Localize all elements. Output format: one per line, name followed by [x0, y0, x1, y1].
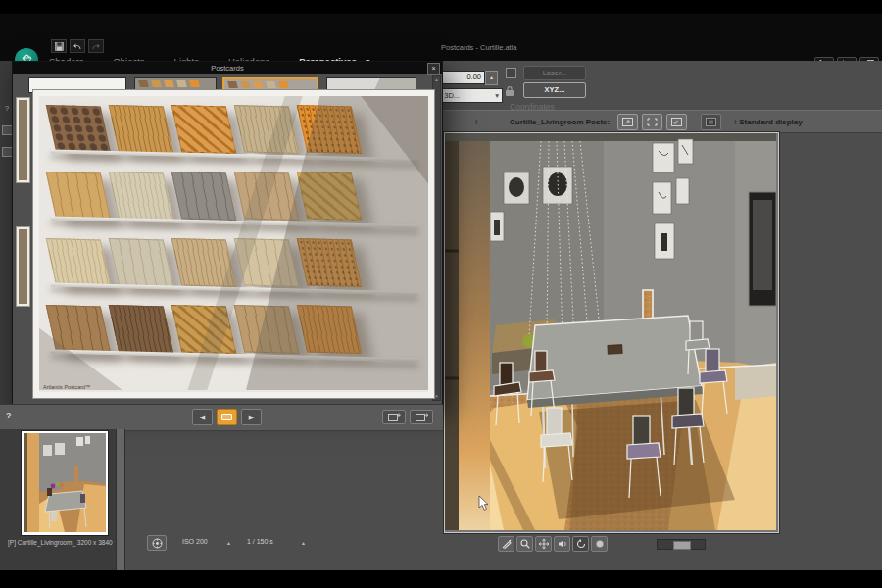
- wood-sample: [109, 238, 174, 287]
- current-postcard-button[interactable]: [217, 409, 237, 425]
- letterbox: [0, 570, 882, 588]
- next-postcard-button[interactable]: ▶: [241, 409, 262, 425]
- undo-button[interactable]: [70, 39, 85, 53]
- render-window-frame: [445, 141, 459, 530]
- shelf-row-4: [51, 306, 418, 358]
- redo-button[interactable]: [88, 39, 104, 53]
- postcard-add-buttons: [382, 410, 433, 424]
- zoom-tool-button[interactable]: [516, 536, 533, 552]
- postcard-nav-buttons: ◀ ▶: [192, 409, 262, 425]
- preview-item-label: [P] Curtille_Livingroom_ 3200 x 3840: [8, 539, 113, 546]
- wood-sample: [234, 305, 300, 354]
- preview-list-scrollbar[interactable]: [116, 429, 125, 570]
- mini-sample: [240, 81, 251, 88]
- preview-thumbnail-image: [24, 433, 106, 532]
- postcards-dialog-titlebar[interactable]: Postcards ×: [13, 62, 442, 74]
- postcard-preview-image: Artlantis Postcard™: [39, 96, 428, 392]
- value-stepper[interactable]: ▴: [485, 71, 498, 85]
- wood-sample: [46, 105, 112, 154]
- viewport-toolbar: ↕ Curtille_Livingroom Postc: ↕ Standard …: [443, 110, 882, 133]
- render-table: [527, 316, 703, 408]
- postcard-preview-frame: Artlantis Postcard™: [32, 89, 435, 399]
- mode-dropdown-caret-icon: ▾: [495, 89, 499, 102]
- window-title: Postcards - Curtille.atla: [441, 43, 517, 52]
- expand-view-button[interactable]: [642, 114, 662, 130]
- wood-sample: [109, 105, 174, 154]
- display-selector-updown-icon: ↕: [733, 118, 737, 126]
- previous-postcard-button[interactable]: ◀: [192, 409, 213, 425]
- display-mode-button[interactable]: [701, 114, 721, 130]
- shrink-view-button[interactable]: [666, 114, 687, 130]
- help-strip-icon[interactable]: ?: [2, 104, 12, 114]
- mini-sample: [164, 80, 174, 87]
- aperture-button[interactable]: [147, 535, 167, 551]
- postcards-dialog-title: Postcards: [13, 62, 442, 74]
- orbit-tool-button[interactable]: [572, 536, 589, 552]
- postcards-dialog: Postcards × ▴ ▾ Artlantis Postcard™: [12, 61, 443, 406]
- app-header: ShadersObjectsLightsHeliodonsPerspective…: [0, 14, 882, 61]
- mini-sample: [138, 80, 149, 87]
- wood-sample: [172, 238, 237, 287]
- wood-sample: [109, 305, 174, 354]
- viewport-tools: [498, 536, 608, 552]
- render-viewport[interactable]: [444, 132, 779, 533]
- neighbor-postcard-fragment: [16, 226, 30, 307]
- mini-sample: [253, 81, 264, 88]
- wood-sample: [297, 105, 363, 154]
- export-postcard-button[interactable]: [410, 410, 433, 424]
- wood-sample: [46, 238, 112, 287]
- shutter-value[interactable]: 1 / 150 s: [247, 538, 273, 545]
- camera-selector[interactable]: Curtille_Livingroom Postc:: [510, 118, 610, 126]
- scroll-up-icon[interactable]: ▴: [433, 76, 440, 82]
- wood-sample: [109, 172, 174, 220]
- shutter-stepper-icon[interactable]: ▴: [302, 539, 305, 546]
- zoom-slider[interactable]: [657, 539, 706, 550]
- render-sideboard: [735, 363, 776, 400]
- wood-sample: [234, 172, 300, 220]
- mini-sample: [227, 81, 238, 88]
- laser-checkbox[interactable]: [506, 68, 516, 78]
- wood-sample: [297, 305, 363, 354]
- pan-tool-button[interactable]: [535, 536, 552, 552]
- value-input[interactable]: 0.00: [437, 71, 485, 84]
- help-button[interactable]: ?: [6, 411, 12, 420]
- lock-icon[interactable]: [505, 83, 514, 101]
- wood-sample: [234, 105, 300, 154]
- mini-sample: [189, 80, 200, 87]
- preview-list-item[interactable]: [21, 430, 109, 536]
- sound-tool-button[interactable]: [554, 536, 570, 552]
- wood-sample: [172, 172, 237, 220]
- laser-button[interactable]: Laser...: [523, 66, 586, 80]
- shelf-row-1: [51, 106, 418, 158]
- mini-sample: [151, 80, 162, 87]
- render-tv: [749, 192, 776, 306]
- edit-tool-button[interactable]: [498, 536, 514, 552]
- wood-sample: [297, 172, 363, 220]
- mode-dropdown[interactable]: n 3D... ▾: [434, 88, 503, 103]
- mouse-cursor: [478, 496, 490, 512]
- postcard-nav-strip: ? ◀ ▶: [0, 404, 443, 431]
- display-selector[interactable]: Standard display: [739, 118, 802, 126]
- save-button[interactable]: [51, 39, 67, 53]
- wood-sample: [234, 238, 300, 287]
- iso-stepper-icon[interactable]: ▴: [227, 539, 230, 546]
- mini-sample: [266, 81, 276, 88]
- render-tool-button[interactable]: [591, 536, 608, 552]
- wood-sample: [172, 105, 237, 154]
- mini-sample: [176, 80, 187, 87]
- xyz-button[interactable]: XYZ...: [523, 82, 586, 98]
- quick-toolbar: [51, 39, 104, 53]
- zoom-slider-handle[interactable]: [673, 541, 691, 550]
- mini-sample: [278, 81, 289, 88]
- fit-window-button[interactable]: [617, 114, 638, 130]
- render-scene: [445, 133, 776, 530]
- add-postcard-button[interactable]: [382, 410, 406, 424]
- shelf-row-2: [51, 172, 418, 224]
- iso-value[interactable]: ISO 200: [182, 538, 208, 545]
- preview-list-panel: [P] Curtille_Livingroom_ 3200 x 3840: [0, 429, 116, 570]
- postcard-watermark: Artlantis Postcard™: [43, 384, 91, 390]
- wood-sample: [46, 172, 112, 220]
- shelf-row-3: [51, 239, 418, 291]
- camera-selector-updown-icon: ↕: [474, 118, 478, 126]
- wood-sample: [46, 305, 112, 354]
